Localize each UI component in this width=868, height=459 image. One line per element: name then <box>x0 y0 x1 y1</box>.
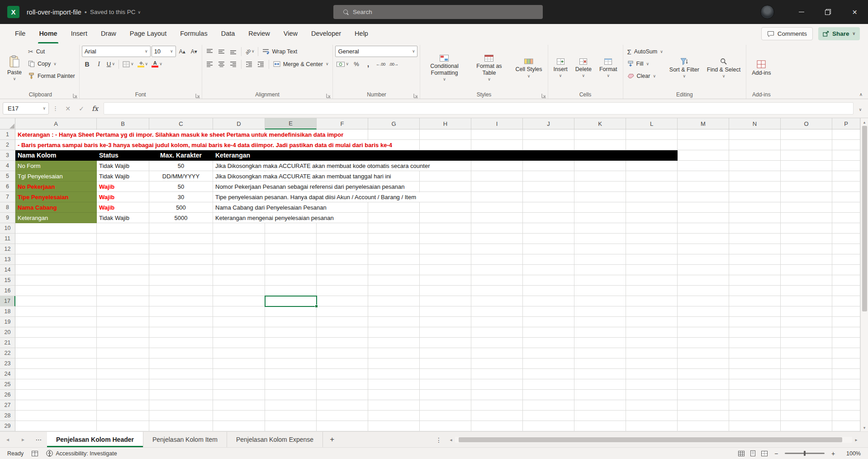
cell-K27[interactable] <box>574 400 626 411</box>
cell-G14[interactable] <box>368 265 420 275</box>
ribbon-tab-view[interactable]: View <box>277 24 304 43</box>
cell-O18[interactable] <box>781 306 832 317</box>
cell-I6[interactable] <box>471 182 523 192</box>
cell-H29[interactable] <box>420 421 471 431</box>
row-header-13[interactable]: 13 <box>0 254 15 265</box>
cell-P22[interactable] <box>832 348 860 359</box>
cell-L1[interactable] <box>626 129 678 140</box>
cell-M15[interactable] <box>678 275 729 286</box>
cell-N7[interactable] <box>729 192 781 202</box>
cell-O7[interactable] <box>781 192 832 202</box>
restore-button[interactable] <box>815 0 841 24</box>
cell-M23[interactable] <box>678 359 729 369</box>
row-header-19[interactable]: 19 <box>0 317 15 327</box>
cell-H17[interactable] <box>420 296 471 306</box>
cell-L25[interactable] <box>626 379 678 390</box>
cell-D6[interactable]: Nomor Pekerjaan Pesanan sebagai referens… <box>213 182 265 192</box>
column-header-D[interactable]: D <box>213 118 265 129</box>
cell-C12[interactable] <box>149 244 213 254</box>
row-header-25[interactable]: 25 <box>0 379 15 390</box>
cell-F25[interactable] <box>317 379 368 390</box>
cell-N20[interactable] <box>729 327 781 338</box>
cell-J6[interactable] <box>523 182 574 192</box>
cell-C25[interactable] <box>149 379 213 390</box>
cell-B23[interactable] <box>97 359 149 369</box>
cell-N28[interactable] <box>729 411 781 421</box>
cell-P7[interactable] <box>832 192 860 202</box>
cell-A5[interactable]: Tgl Penyelesaian <box>15 171 97 182</box>
cell-L10[interactable] <box>626 223 678 234</box>
cell-D10[interactable] <box>213 223 265 234</box>
cell-K26[interactable] <box>574 390 626 400</box>
ribbon-tab-help[interactable]: Help <box>348 24 375 43</box>
cell-M18[interactable] <box>678 306 729 317</box>
vertical-scrollbar-thumb[interactable] <box>862 126 867 311</box>
cancel-entry-button[interactable]: ✕ <box>62 103 74 115</box>
cell-O6[interactable] <box>781 182 832 192</box>
cell-E20[interactable] <box>265 327 317 338</box>
ribbon-tab-formulas[interactable]: Formulas <box>173 24 214 43</box>
cell-N15[interactable] <box>729 275 781 286</box>
cell-E11[interactable] <box>265 234 317 244</box>
cell-C17[interactable] <box>149 296 213 306</box>
cell-E13[interactable] <box>265 254 317 265</box>
paste-button[interactable]: Paste ∨ <box>4 45 25 91</box>
column-header-B[interactable]: B <box>97 118 149 129</box>
cell-C3[interactable]: Max. Karakter <box>149 150 213 161</box>
cell-P15[interactable] <box>832 275 860 286</box>
cell-E12[interactable] <box>265 244 317 254</box>
cell-I14[interactable] <box>471 265 523 275</box>
cell-M28[interactable] <box>678 411 729 421</box>
cell-A14[interactable] <box>15 265 97 275</box>
cell-K1[interactable] <box>574 129 626 140</box>
cell-N13[interactable] <box>729 254 781 265</box>
cell-I8[interactable] <box>471 202 523 213</box>
cell-D9[interactable]: Keterangan mengenai penyelesaian pesanan <box>213 213 265 223</box>
cell-P23[interactable] <box>832 359 860 369</box>
cell-J11[interactable] <box>523 234 574 244</box>
cell-P14[interactable] <box>832 265 860 275</box>
align-right-button[interactable] <box>228 58 239 70</box>
cell-J13[interactable] <box>523 254 574 265</box>
cell-C14[interactable] <box>149 265 213 275</box>
search-input[interactable]: Search <box>333 5 543 19</box>
excel-app-icon[interactable]: X <box>7 6 19 18</box>
cell-P9[interactable] <box>832 213 860 223</box>
cell-P1[interactable] <box>832 129 860 140</box>
fill-button[interactable]: Fill ∨ <box>626 58 665 70</box>
cell-I17[interactable] <box>471 296 523 306</box>
cell-H5[interactable] <box>420 171 471 182</box>
cell-N11[interactable] <box>729 234 781 244</box>
cell-N10[interactable] <box>729 223 781 234</box>
cell-B29[interactable] <box>97 421 149 431</box>
row-header-1[interactable]: 1 <box>0 129 15 140</box>
cell-E19[interactable] <box>265 317 317 327</box>
cell-J26[interactable] <box>523 390 574 400</box>
cell-B8[interactable]: Wajib <box>97 202 149 213</box>
column-header-G[interactable]: G <box>368 118 420 129</box>
cell-K2[interactable] <box>574 140 626 150</box>
cell-F26[interactable] <box>317 390 368 400</box>
ribbon-tab-insert[interactable]: Insert <box>64 24 94 43</box>
alignment-dialog-launcher[interactable] <box>326 92 331 97</box>
cell-O1[interactable] <box>781 129 832 140</box>
cell-L11[interactable] <box>626 234 678 244</box>
orientation-button[interactable]: ab∨ <box>244 46 256 57</box>
cell-N17[interactable] <box>729 296 781 306</box>
column-header-M[interactable]: M <box>678 118 729 129</box>
styles-dialog-launcher[interactable] <box>541 92 546 97</box>
cell-J24[interactable] <box>523 369 574 379</box>
cell-G29[interactable] <box>368 421 420 431</box>
column-header-C[interactable]: C <box>149 118 213 129</box>
cell-I2[interactable] <box>471 140 523 150</box>
cell-N14[interactable] <box>729 265 781 275</box>
cell-G26[interactable] <box>368 390 420 400</box>
cell-H22[interactable] <box>420 348 471 359</box>
cell-P11[interactable] <box>832 234 860 244</box>
cell-J9[interactable] <box>523 213 574 223</box>
cell-F12[interactable] <box>317 244 368 254</box>
cell-I23[interactable] <box>471 359 523 369</box>
column-header-P[interactable]: P <box>832 118 860 129</box>
row-header-7[interactable]: 7 <box>0 192 15 202</box>
cell-I24[interactable] <box>471 369 523 379</box>
